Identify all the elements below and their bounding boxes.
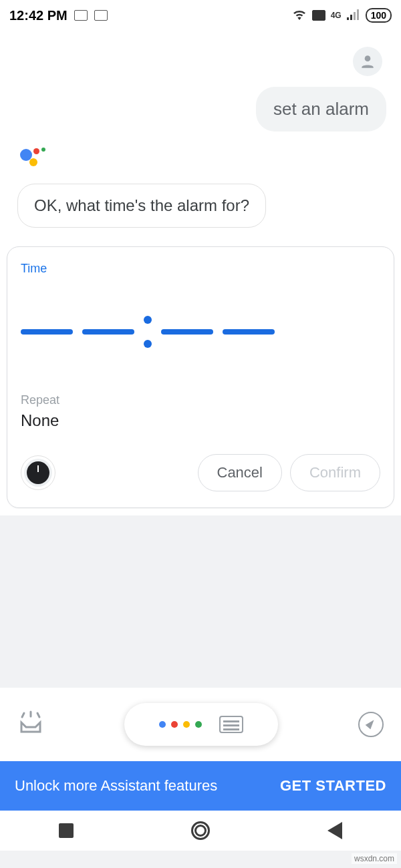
hour-ones-slot[interactable] <box>82 329 134 335</box>
assistant-logo-icon <box>12 145 389 178</box>
confirm-button[interactable]: Confirm <box>290 454 380 491</box>
watermark: wsxdn.com <box>352 853 397 864</box>
user-avatar[interactable] <box>353 47 382 76</box>
status-bar: 12:42 PM 4G 100 <box>0 0 401 28</box>
minute-tens-slot[interactable] <box>161 329 213 335</box>
time-colon-icon <box>144 316 152 348</box>
explore-icon[interactable] <box>358 712 384 737</box>
svg-line-5 <box>22 713 24 717</box>
android-nav-bar <box>0 811 401 851</box>
assistant-dots-icon <box>159 721 202 728</box>
banner-text: Unlock more Assistant features <box>15 777 217 795</box>
svg-point-4 <box>365 55 371 61</box>
user-message-bubble: set an alarm <box>256 87 386 132</box>
clock-icon <box>27 461 49 484</box>
cancel-button[interactable]: Cancel <box>198 454 282 491</box>
network-label: 4G <box>331 11 342 20</box>
time-picker[interactable] <box>21 296 380 375</box>
keyboard-icon[interactable] <box>219 716 243 733</box>
get-started-button[interactable]: GET STARTED <box>280 777 386 795</box>
card-title-time: Time <box>21 262 380 276</box>
svg-rect-1 <box>350 15 352 20</box>
promo-banner[interactable]: Unlock more Assistant features GET START… <box>0 761 401 811</box>
assistant-message-bubble: OK, what time's the alarm for? <box>17 184 266 228</box>
recents-button[interactable] <box>59 823 74 838</box>
hour-tens-slot[interactable] <box>21 329 73 335</box>
wifi-icon <box>292 8 307 23</box>
svg-rect-3 <box>357 9 359 20</box>
repeat-value[interactable]: None <box>21 411 380 430</box>
back-button[interactable] <box>327 822 342 839</box>
volte-icon <box>312 10 325 21</box>
repeat-label: Repeat <box>21 393 380 407</box>
alarm-card: Time Repeat None Cancel Confirm <box>7 246 394 508</box>
signal-icon <box>347 8 360 23</box>
assistant-bottom-bar <box>0 688 401 761</box>
assistant-input-pill[interactable] <box>124 703 278 746</box>
home-button[interactable] <box>191 821 210 840</box>
keyboard-status-icon <box>74 10 88 21</box>
battery-indicator: 100 <box>366 8 392 23</box>
svg-rect-0 <box>347 17 349 20</box>
updates-tray-icon[interactable] <box>17 710 44 738</box>
open-clock-app-button[interactable] <box>21 455 55 490</box>
svg-line-7 <box>37 713 39 717</box>
minute-ones-slot[interactable] <box>223 329 275 335</box>
clock-text: 12:42 PM <box>9 8 68 23</box>
svg-rect-2 <box>354 12 356 20</box>
news-status-icon <box>94 10 108 21</box>
